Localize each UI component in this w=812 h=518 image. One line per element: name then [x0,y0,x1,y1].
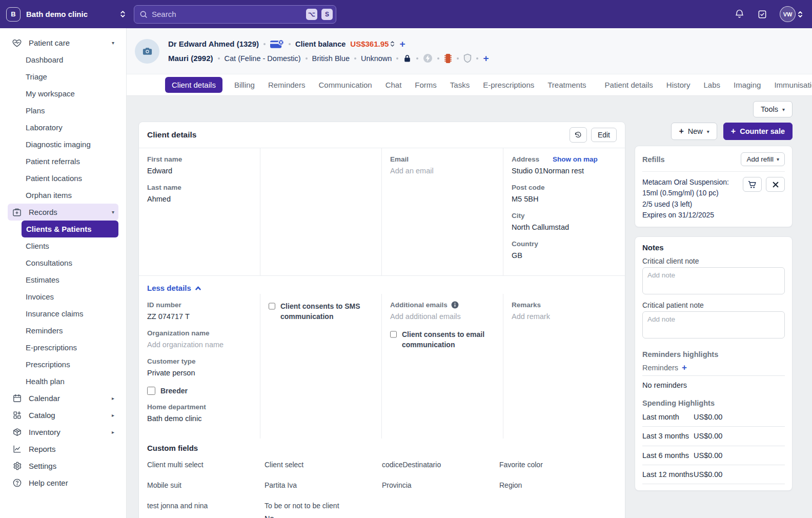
organization-name-placeholder[interactable]: Add organization name [147,341,252,349]
caret-down-icon: ▾ [782,107,785,112]
new-button[interactable]: + New ▾ [671,123,717,140]
user-menu[interactable]: VW [780,6,803,22]
remarks-placeholder[interactable]: Add remark [512,312,617,321]
email-consent-checkbox-row[interactable]: Client consents to email communication [390,329,495,350]
critical-client-note-input[interactable] [642,267,785,294]
sidebar-item-triage[interactable]: Triage [0,68,126,85]
sidebar-section-patient-care[interactable]: Patient care ▾ [8,34,118,51]
address-label: Address [512,155,539,163]
counter-sale-button[interactable]: + Counter sale [723,123,793,140]
tab-e-prescriptions[interactable]: E-prescriptions [476,77,541,93]
tab-communication[interactable]: Communication [312,77,378,93]
sidebar-section-help[interactable]: Help center [8,474,118,491]
sms-consent-checkbox-row[interactable]: Client consents to SMS communication [269,301,373,322]
shield-icon[interactable] [463,53,472,63]
sidebar-section-reports[interactable]: Reports [8,441,118,457]
customer-type-value[interactable]: Private person [147,369,252,377]
reminders-label: Reminders [642,364,678,372]
client-name[interactable]: Dr Edward Ahmed (1329) [168,39,259,48]
add-reminder-icon[interactable]: + [682,363,687,372]
search-input[interactable] [152,10,302,18]
sidebar-section-inventory[interactable]: Inventory ▸ [8,424,118,441]
tab-labs[interactable]: Labs [697,77,727,93]
sidebar-item-patient-referrals[interactable]: Patient referrals [0,153,126,170]
tab-patient-details[interactable]: Patient details [598,77,660,93]
less-details-toggle[interactable]: Less details [147,284,201,292]
sms-consent-checkbox[interactable] [269,302,275,310]
sidebar-item-health-plan[interactable]: Health plan [0,373,126,390]
refill-cancel-button[interactable] [766,177,785,192]
sidebar-section-catalog[interactable]: Catalog ▸ [8,407,118,424]
notifications-bell-icon[interactable] [734,9,745,19]
tab-immunisation[interactable]: Immunisation [767,77,812,93]
microchip-icon[interactable] [444,53,452,64]
sidebar-item-insurance-claims[interactable]: Insurance claims [0,305,126,322]
sidebar-item-e-prescriptions[interactable]: E-prescriptions [0,339,126,356]
country-value[interactable]: GB [512,251,617,260]
tab-forms[interactable]: Forms [408,77,443,93]
spending-period: Last 12 months [642,469,694,480]
sidebar-item-laboratory[interactable]: Laboratory [0,119,126,136]
critical-patient-note-input[interactable] [642,311,785,338]
additional-emails-placeholder[interactable]: Add additional emails [390,312,495,321]
sidebar-item-dashboard[interactable]: Dashboard [0,51,126,68]
sidebar-section-settings[interactable]: Settings [8,457,118,474]
tools-button[interactable]: Tools▾ [753,101,793,117]
sidebar-item-clients-patients[interactable]: Clients & Patients [22,221,118,237]
breeder-checkbox[interactable] [147,387,155,395]
tab-imaging[interactable]: Imaging [727,77,767,93]
add-refill-button[interactable]: Add refill▾ [741,152,785,166]
sidebar-item-estimates[interactable]: Estimates [0,271,126,288]
tab-tasks[interactable]: Tasks [443,77,476,93]
tab-treatments[interactable]: Treatments [541,77,593,93]
sidebar-item-clients[interactable]: Clients [0,237,126,254]
sidebar-section-records[interactable]: Records ▾ [8,204,118,221]
tasks-check-icon[interactable] [757,9,767,19]
sidebar-item-my-workspace[interactable]: My workspace [0,85,126,102]
tab-client-details[interactable]: Client details [165,77,222,93]
tab-history[interactable]: History [660,77,697,93]
address-value[interactable]: Studio 01Norman rest [512,167,617,175]
custom-field-region: Region [499,481,617,489]
email-placeholder[interactable]: Add an email [390,167,495,175]
lock-icon[interactable] [403,54,412,63]
add-patient-item-icon[interactable]: + [483,53,489,63]
refill-to-cart-button[interactable] [743,177,762,192]
sidebar-item-reminders[interactable]: Reminders [0,322,126,339]
global-search[interactable]: ⌥ S [134,5,336,24]
caret-right-icon: ▸ [112,429,114,435]
history-button[interactable] [570,127,587,143]
clinic-switcher[interactable]: B Bath demo clinic [6,7,126,22]
sidebar-item-orphan-items[interactable]: Orphan items [0,187,126,204]
breeder-checkbox-row[interactable]: Breeder [147,386,252,396]
client-balance-value[interactable]: US$361.95 [350,39,395,48]
chevron-up-down-icon [798,10,803,18]
sidebar-item-consultations[interactable]: Consultations [0,254,126,271]
post-code-value[interactable]: M5 5BH [512,195,617,203]
tab-reminders[interactable]: Reminders [261,77,312,93]
sidebar-item-invoices[interactable]: Invoices [0,288,126,305]
add-payment-icon[interactable]: + [399,39,405,49]
sidebar-item-diagnostic-imaging[interactable]: Diagnostic imaging [0,136,126,153]
sidebar-section-calendar[interactable]: Calendar ▸ [8,390,118,407]
sidebar-item-prescriptions[interactable]: Prescriptions [0,356,126,373]
last-name-value[interactable]: Ahmed [147,195,252,203]
chevron-up-down-icon [390,40,395,48]
patient-photo-button[interactable] [135,39,159,64]
home-department-value[interactable]: Bath demo clinic [147,414,252,423]
sidebar-item-plans[interactable]: Plans [0,102,126,119]
edit-button[interactable]: Edit [591,128,617,142]
patient-name[interactable]: Mauri (2992) [168,54,213,63]
email-consent-checkbox[interactable] [390,330,397,338]
tab-chat[interactable]: Chat [379,77,409,93]
city-value[interactable]: North Callumstad [512,223,617,231]
chevron-up-icon [195,286,201,291]
first-name-value[interactable]: Edward [147,167,252,175]
payment-card-declined-icon[interactable] [270,39,284,49]
sidebar-item-patient-locations[interactable]: Patient locations [0,170,126,187]
id-number-value[interactable]: ZZ 074717 T [147,312,252,321]
info-icon[interactable] [451,301,459,309]
tab-billing[interactable]: Billing [228,77,261,93]
insurance-bolt-icon[interactable] [423,53,433,63]
show-on-map-link[interactable]: Show on map [553,155,598,167]
